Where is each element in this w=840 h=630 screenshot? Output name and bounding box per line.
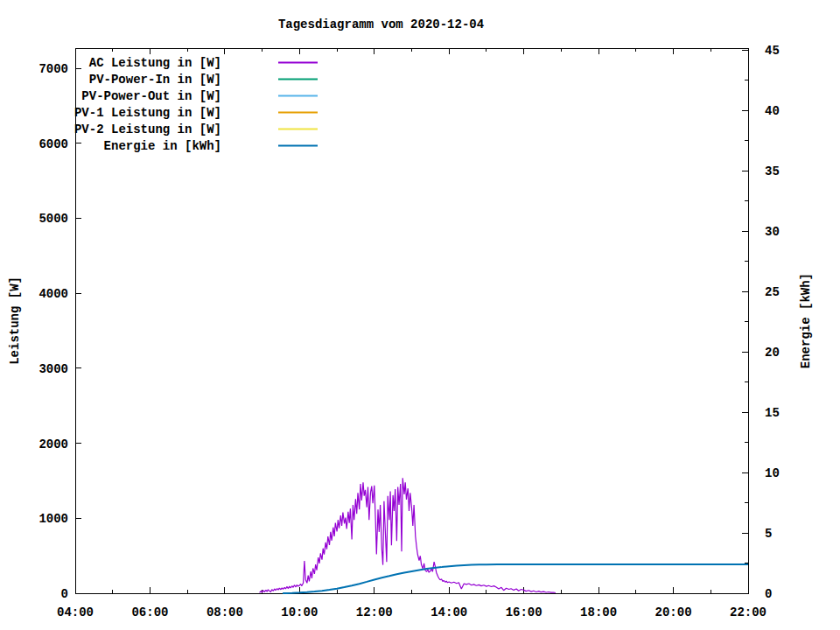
legend-label: PV-1 Leistung in [W]: [74, 106, 221, 120]
plot-canvas: 04:0006:0008:0010:0012:0014:0016:0018:00…: [0, 0, 840, 630]
y-left-tick-label: 0: [61, 587, 68, 601]
y-left-axis-title: Leistung [W]: [8, 276, 22, 365]
x-tick-label: 22:00: [730, 606, 766, 620]
legend-label: PV-2 Leistung in [W]: [74, 122, 221, 136]
y-right-axis-title: Energie [kWh]: [799, 273, 813, 368]
x-tick-label: 18:00: [580, 606, 617, 620]
x-tick-label: 06:00: [131, 606, 168, 620]
y-left-tick-label: 1000: [38, 512, 68, 526]
y-right-tick-label: 25: [765, 285, 780, 299]
x-tick-label: 10:00: [281, 606, 318, 620]
y-right-tick-label: 30: [765, 225, 780, 239]
y-left-tick-label: 4000: [38, 287, 68, 301]
y-left-tick-label: 3000: [38, 362, 68, 376]
gnuplot-chart-window: 04:0006:0008:0010:0012:0014:0016:0018:00…: [0, 0, 840, 630]
y-left-tick-label: 6000: [38, 137, 68, 151]
y-right-tick-label: 15: [765, 406, 780, 420]
x-tick-label: 20:00: [655, 606, 692, 620]
y-left-tick-label: 7000: [38, 62, 68, 76]
y-right-tick-label: 5: [765, 527, 772, 541]
y-left-tick-label: 2000: [38, 438, 68, 452]
y-right-tick-label: 0: [765, 587, 772, 601]
y-right-tick-label: 40: [765, 104, 780, 118]
legend-label: PV-Power-In in [W]: [89, 73, 221, 87]
legend-label: Energie in [kWh]: [104, 139, 221, 153]
y-right-tick-label: 35: [765, 164, 780, 178]
y-right-tick-label: 20: [765, 346, 780, 360]
y-left-tick-label: 5000: [38, 212, 68, 226]
y-right-tick-label: 45: [765, 44, 780, 58]
legend-label: PV-Power-Out in [W]: [81, 89, 221, 103]
chart-title: Tagesdiagramm vom 2020-12-04: [75, 18, 687, 32]
y-right-tick-label: 10: [765, 466, 780, 480]
x-tick-label: 16:00: [506, 606, 542, 620]
legend-label: AC Leistung in [W]: [89, 56, 221, 70]
x-tick-label: 12:00: [356, 606, 393, 620]
x-tick-label: 04:00: [57, 606, 94, 620]
series-ac-leistung-in-w-line: [260, 478, 556, 592]
x-tick-label: 08:00: [206, 606, 243, 620]
x-tick-label: 14:00: [430, 606, 467, 620]
